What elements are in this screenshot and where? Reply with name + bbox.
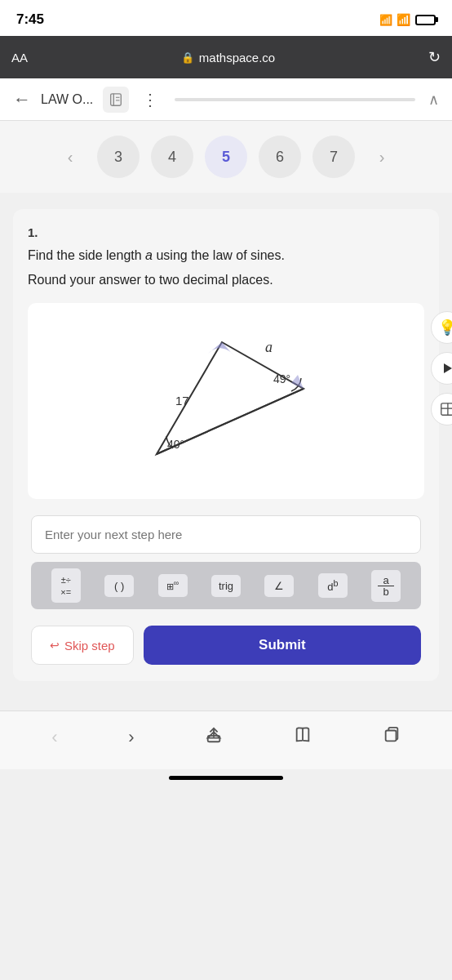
answer-input[interactable] bbox=[31, 515, 421, 554]
math-power-button[interactable]: db bbox=[318, 573, 348, 598]
question-text-prefix: Find the side length bbox=[28, 248, 145, 262]
share-button[interactable] bbox=[197, 723, 231, 752]
tabs-button[interactable] bbox=[374, 723, 409, 752]
answer-section: ±÷×= ( ) ⊞∞ trig ∠ db ab bbox=[28, 515, 424, 609]
math-ops-button[interactable]: ±÷×= bbox=[51, 568, 81, 603]
nav-back-button[interactable]: ← bbox=[13, 89, 31, 110]
math-trig-button[interactable]: trig bbox=[211, 575, 241, 597]
status-bar: 7:45 📶 📶 bbox=[0, 0, 452, 36]
math-parens-button[interactable]: ( ) bbox=[104, 575, 134, 597]
play-button[interactable] bbox=[431, 352, 452, 385]
triangle-diagram: a 49° 17 40° bbox=[112, 319, 340, 483]
prev-question-button[interactable]: ‹ bbox=[55, 141, 86, 172]
side-panel: 💡 bbox=[431, 311, 452, 425]
math-fraction-button[interactable]: ab bbox=[371, 570, 401, 602]
battery-icon bbox=[415, 15, 436, 25]
wifi-icon: 📶 bbox=[397, 13, 410, 26]
browser-back-button[interactable]: ‹ bbox=[43, 724, 65, 751]
browser-bar: AA 🔒 mathspace.co ↻ bbox=[0, 36, 452, 78]
home-indicator bbox=[169, 776, 283, 780]
question-5-button[interactable]: 5 bbox=[205, 136, 247, 178]
question-7-button[interactable]: 7 bbox=[312, 136, 355, 178]
question-text-line1: Find the side length a using the law of … bbox=[28, 246, 424, 265]
url-text: mathspace.co bbox=[199, 51, 275, 65]
question-4-button[interactable]: 4 bbox=[151, 136, 193, 178]
svg-rect-11 bbox=[441, 403, 452, 415]
question-number: 1. bbox=[28, 225, 424, 239]
reference-button[interactable] bbox=[431, 393, 452, 425]
notebook-icon[interactable] bbox=[103, 87, 129, 113]
svg-text:17: 17 bbox=[175, 394, 189, 408]
svg-rect-16 bbox=[385, 730, 396, 741]
next-question-button[interactable]: › bbox=[366, 141, 397, 172]
math-matrix-button[interactable]: ⊞∞ bbox=[158, 574, 188, 597]
more-options-icon[interactable]: ⋮ bbox=[139, 90, 162, 109]
math-angle-button[interactable]: ∠ bbox=[264, 575, 294, 597]
svg-rect-0 bbox=[111, 93, 122, 105]
lock-icon: 🔒 bbox=[181, 51, 194, 64]
progress-bar bbox=[175, 98, 415, 101]
book-button[interactable] bbox=[286, 723, 320, 752]
browser-forward-button[interactable]: › bbox=[120, 724, 142, 751]
svg-marker-10 bbox=[444, 363, 452, 373]
question-card: 1. Find the side length a using the law … bbox=[13, 209, 439, 681]
status-icons: 📶 📶 bbox=[379, 13, 436, 26]
signal-icon: 📶 bbox=[379, 14, 392, 26]
browser-aa-label[interactable]: AA bbox=[11, 51, 28, 65]
svg-text:a: a bbox=[265, 339, 273, 355]
question-var-a: a bbox=[145, 248, 153, 262]
math-toolbar: ±÷×= ( ) ⊞∞ trig ∠ db ab bbox=[31, 562, 421, 609]
collapse-icon[interactable]: ∧ bbox=[428, 91, 439, 109]
hint-button[interactable]: 💡 bbox=[431, 311, 452, 344]
diagram-container: a 49° 17 40° 💡 bbox=[28, 303, 424, 499]
browser-url-area[interactable]: 🔒 mathspace.co bbox=[181, 51, 275, 65]
svg-text:40°: 40° bbox=[167, 438, 184, 451]
skip-step-button[interactable]: ↩ Skip step bbox=[31, 626, 134, 665]
question-text-suffix: using the law of sines. bbox=[153, 248, 285, 262]
refresh-icon[interactable]: ↻ bbox=[428, 48, 441, 66]
nav-bar: ← LAW O... ⋮ ∧ bbox=[0, 78, 452, 121]
question-3-button[interactable]: 3 bbox=[97, 136, 140, 178]
main-content: 1. Find the side length a using the law … bbox=[0, 193, 452, 694]
bottom-browser-toolbar: ‹ › bbox=[0, 710, 452, 769]
question-text-line2: Round your answer to two decimal places. bbox=[28, 270, 424, 290]
svg-text:49°: 49° bbox=[273, 372, 290, 385]
status-time: 7:45 bbox=[16, 11, 44, 28]
skip-label: Skip step bbox=[64, 639, 115, 653]
question-6-button[interactable]: 6 bbox=[259, 136, 301, 178]
skip-icon: ↩ bbox=[50, 639, 60, 652]
submit-button[interactable]: Submit bbox=[144, 626, 421, 665]
action-buttons: ↩ Skip step Submit bbox=[28, 626, 424, 665]
question-nav: ‹ 3 4 5 6 7 › bbox=[0, 121, 452, 193]
nav-title: LAW O... bbox=[41, 92, 93, 107]
